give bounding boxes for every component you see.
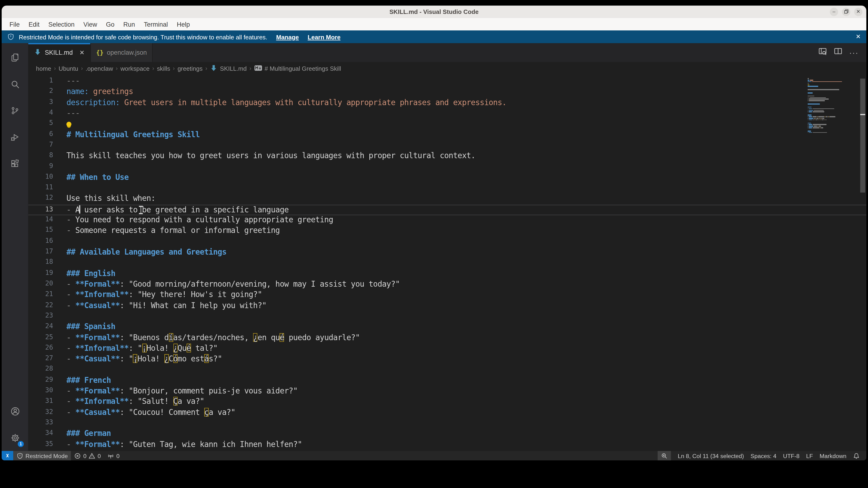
language-mode-status[interactable]: Markdown [816,451,850,460]
breadcrumb-item[interactable]: skills [157,65,170,72]
tab-SKILL.md[interactable]: SKILL.md✕ [28,43,91,62]
editor-scrollbar[interactable] [860,75,865,451]
menu-help[interactable]: Help [173,21,194,27]
zoom-status[interactable] [658,451,671,460]
breadcrumb-item[interactable]: workspace [121,65,150,72]
banner-link-manage[interactable]: Manage [276,33,299,40]
tab-openclaw.json[interactable]: {}openclaw.json [91,43,153,62]
breadcrumb-item[interactable]: SKILL.md [210,64,247,73]
editor-line-10[interactable]: 10## When to Use [28,172,866,183]
editor-line-30[interactable]: 30- **Formal**: "Bonjour, comment puis-j… [28,386,866,397]
line-number: 32 [28,408,53,418]
editor-line-1[interactable]: 1--- [28,76,866,87]
breadcrumb-separator: › [54,65,56,71]
more-actions-button[interactable]: ··· [849,48,859,57]
menu-view[interactable]: View [79,21,102,27]
editor-line-22[interactable]: 22- **Casual**: "Hi! What can I help you… [28,301,866,312]
minimize-button[interactable]: – [830,7,838,16]
markdown-symbol-icon [254,64,262,72]
status-bar: Restricted Mode 0 0 0 Ln 8, Col 11 (34 s… [2,451,866,460]
minimap[interactable] [808,78,842,134]
editor-line-24[interactable]: 24### Spanish [28,322,866,333]
bell-icon [853,452,860,459]
activity-explorer[interactable] [2,44,28,71]
editor-line-4[interactable]: 4--- [28,108,866,119]
scrollbar-thumb[interactable] [860,78,865,192]
menu-terminal[interactable]: Terminal [140,21,173,27]
cursor-position-status[interactable]: Ln 8, Col 11 (34 selected) [674,451,747,460]
editor-line-29[interactable]: 29### French [28,376,866,386]
menu-edit[interactable]: Edit [24,21,44,27]
restore-button[interactable] [842,7,850,16]
tab-label: openclaw.json [107,49,147,56]
menu-file[interactable]: File [5,21,24,27]
editor-line-7[interactable]: 7 [28,140,866,151]
line-number: 24 [28,322,53,333]
editor-line-23[interactable]: 23 [28,312,866,322]
editor-line-33[interactable]: 33 [28,418,866,429]
breadcrumb-item[interactable]: .openclaw [86,65,113,72]
editor-line-6[interactable]: 6# Multilingual Greetings Skill [28,130,866,140]
editor-line-9[interactable]: 9 [28,162,866,172]
breadcrumb-separator: › [173,65,175,71]
line-number: 14 [28,215,53,226]
restricted-mode-status[interactable]: Restricted Mode [13,451,71,460]
editor-line-2[interactable]: 2name: greetings [28,87,866,98]
activity-settings[interactable]: 1 [2,424,28,451]
breadcrumb-item[interactable]: greetings [178,65,203,72]
eol-status[interactable]: LF [803,451,816,460]
split-editor-button[interactable] [834,47,842,58]
editor-line-34[interactable]: 34### German [28,429,866,440]
editor-line-20[interactable]: 20- **Formal**: "Good morning/afternoon/… [28,280,866,290]
banner-link-learn-more[interactable]: Learn More [308,33,340,40]
notifications-bell[interactable] [850,451,863,460]
problems-status[interactable]: 0 0 [71,451,104,460]
banner-close-button[interactable]: ✕ [856,33,861,40]
activity-run-debug[interactable] [2,124,28,151]
tab-bar: SKILL.md✕{}openclaw.json ··· [28,43,866,62]
breadcrumb-item[interactable]: Ubuntu [59,65,78,72]
editor-line-18[interactable]: 18 [28,258,866,268]
editor-line-19[interactable]: 19### English [28,269,866,280]
editor-line-32[interactable]: 32- **Casual**: "Coucou! Comment ça va?" [28,408,866,418]
editor-line-14[interactable]: 14- You need to respond with a culturall… [28,215,866,226]
editor-line-13[interactable]: 13- A user asks to be greeted in a speci… [28,205,866,215]
activity-extensions[interactable] [2,151,28,177]
menu-selection[interactable]: Selection [44,21,79,27]
indentation-status[interactable]: Spaces: 4 [747,451,780,460]
editor-line-35[interactable]: 35- **Formal**: "Guten Tag, wie kann ich… [28,440,866,450]
encoding-status[interactable]: UTF-8 [780,451,803,460]
menu-run[interactable]: Run [119,21,140,27]
editor-line-25[interactable]: 25- **Formal**: "Buenos días/tardes/noch… [28,333,866,344]
breadcrumb-item[interactable]: # Multilingual Greetings Skill [254,64,341,72]
markdown-file-icon [210,64,218,73]
editor-line-26[interactable]: 26- **Informal**: "¡Hola! ¿Qué tal?" [28,344,866,354]
editor-line-16[interactable]: 16 [28,237,866,247]
editor-line-11[interactable]: 11 [28,183,866,194]
markdown-file-icon [34,48,41,57]
tab-label: SKILL.md [45,49,73,56]
close-button[interactable]: ✕ [854,7,862,16]
editor-line-3[interactable]: 3description: Greet users in multiple la… [28,98,866,108]
editor-line-8[interactable]: 8This skill teaches you how to greet use… [28,151,866,162]
tab-close-icon[interactable]: ✕ [80,49,85,56]
editor-line-12[interactable]: 12Use this skill when: [28,194,866,204]
ports-status[interactable]: 0 [104,451,123,460]
activity-search[interactable] [2,71,28,97]
activity-accounts[interactable] [2,398,28,424]
editor-line-21[interactable]: 21- **Informal**: "Hey there! How's it g… [28,290,866,300]
editor-line-28[interactable]: 28 [28,365,866,376]
editor-line-15[interactable]: 15- Someone requests a formal or informa… [28,226,866,236]
menu-go[interactable]: Go [101,21,119,27]
account-icon [10,406,20,416]
editor[interactable]: 1---2name: greetings3description: Greet … [28,75,866,451]
remote-indicator[interactable] [2,451,13,460]
open-preview-button[interactable] [818,47,827,58]
editor-line-5[interactable]: 5 [28,119,866,130]
title-bar: SKILL.md - Visual Studio Code –✕ [2,5,866,18]
breadcrumb-item[interactable]: home [36,65,52,72]
editor-line-31[interactable]: 31- **Informal**: "Salut! Ça va?" [28,397,866,408]
editor-line-27[interactable]: 27- **Casual**: "¡Hola! ¿Cómo estás?" [28,354,866,365]
editor-line-17[interactable]: 17## Available Languages and Greetings [28,247,866,258]
activity-source-control[interactable] [2,97,28,124]
